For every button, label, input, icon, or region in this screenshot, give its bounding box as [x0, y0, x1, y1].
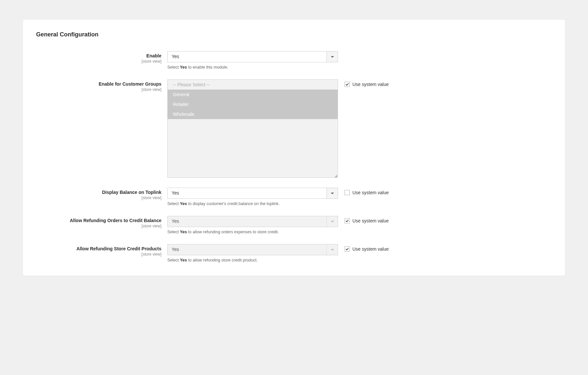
checkbox-icon	[345, 190, 350, 195]
use-system-value-checkbox[interactable]: Use system value	[345, 82, 388, 87]
control-col: Yes Select Yes to display customer's cre…	[167, 188, 338, 206]
control-col: Yes Select Yes to allow refunding store …	[167, 244, 338, 262]
label-col: Enable for Customer Groups [store view]	[36, 79, 167, 92]
use-system-value-checkbox[interactable]: Use system value	[345, 218, 388, 223]
multiselect-option[interactable]: Wholesale	[168, 109, 338, 119]
control-col: Yes Select Yes to allow refunding orders…	[167, 216, 338, 234]
scope-label: [store view]	[36, 252, 161, 257]
caret-button	[326, 216, 338, 227]
field-row-refund-orders: Allow Refunding Orders to Credit Balance…	[36, 216, 552, 234]
select-value: Yes	[168, 216, 326, 227]
checkbox-label: Use system value	[352, 218, 388, 223]
field-hint: Select Yes to enable this module.	[167, 65, 338, 70]
refund-orders-select: Yes	[167, 216, 338, 227]
scope-label: [store view]	[36, 59, 161, 64]
field-label: Enable for Customer Groups	[36, 81, 161, 87]
field-label: Display Balance on Toplink	[36, 190, 161, 195]
field-label: Allow Refunding Store Credit Products	[36, 246, 161, 251]
customer-groups-multiselect[interactable]: -- Please Select -- General Retailer Who…	[167, 79, 338, 178]
multiselect-option[interactable]: Retailer	[168, 99, 338, 109]
extra-col: Use system value	[338, 216, 388, 223]
checkbox-icon	[345, 218, 350, 223]
use-system-value-checkbox[interactable]: Use system value	[345, 246, 388, 252]
field-row-refund-products: Allow Refunding Store Credit Products [s…	[36, 244, 552, 262]
field-label: Allow Refunding Orders to Credit Balance	[36, 218, 161, 223]
field-row-enable: Enable [store view] Yes Select Yes to en…	[36, 51, 552, 70]
caret-button	[326, 244, 338, 255]
field-hint: Select Yes to allow refunding orders exp…	[167, 230, 338, 234]
chevron-down-icon	[331, 249, 334, 251]
checkbox-icon	[345, 82, 350, 87]
control-col: Yes Select Yes to enable this module.	[167, 51, 338, 70]
field-hint: Select Yes to display customer's credit …	[167, 201, 338, 206]
field-row-display-balance: Display Balance on Toplink [store view] …	[36, 188, 552, 206]
resize-grip-icon[interactable]	[334, 174, 337, 177]
multiselect-option[interactable]: -- Please Select --	[168, 80, 338, 90]
multiselect-option[interactable]: General	[168, 90, 338, 99]
scope-label: [store view]	[36, 224, 161, 228]
extra-col: Use system value	[338, 79, 388, 87]
select-value: Yes	[168, 52, 326, 62]
label-col: Enable [store view]	[36, 51, 167, 64]
config-panel: General Configuration Enable [store view…	[23, 20, 565, 276]
select-value: Yes	[168, 244, 326, 255]
chevron-down-icon	[331, 193, 334, 194]
checkbox-label: Use system value	[352, 190, 388, 195]
field-label: Enable	[36, 53, 161, 58]
field-hint: Select Yes to allow refunding store cred…	[167, 258, 338, 262]
select-value: Yes	[168, 188, 326, 198]
checkbox-label: Use system value	[352, 82, 388, 87]
field-row-customer-groups: Enable for Customer Groups [store view] …	[36, 79, 552, 178]
chevron-down-icon	[331, 221, 334, 222]
extra-col: Use system value	[338, 188, 388, 195]
caret-button[interactable]	[326, 188, 338, 198]
checkbox-label: Use system value	[352, 246, 388, 252]
panel-title: General Configuration	[36, 31, 552, 38]
display-balance-select[interactable]: Yes	[167, 188, 338, 199]
control-col: -- Please Select -- General Retailer Who…	[167, 79, 338, 178]
label-col: Display Balance on Toplink [store view]	[36, 188, 167, 200]
chevron-down-icon	[331, 56, 334, 58]
label-col: Allow Refunding Store Credit Products [s…	[36, 244, 167, 257]
refund-products-select: Yes	[167, 244, 338, 255]
extra-col: Use system value	[338, 244, 388, 252]
use-system-value-checkbox[interactable]: Use system value	[345, 190, 388, 195]
scope-label: [store view]	[36, 196, 161, 200]
caret-button[interactable]	[326, 52, 338, 62]
label-col: Allow Refunding Orders to Credit Balance…	[36, 216, 167, 228]
checkbox-icon	[345, 246, 350, 252]
enable-select[interactable]: Yes	[167, 51, 338, 62]
scope-label: [store view]	[36, 87, 161, 92]
